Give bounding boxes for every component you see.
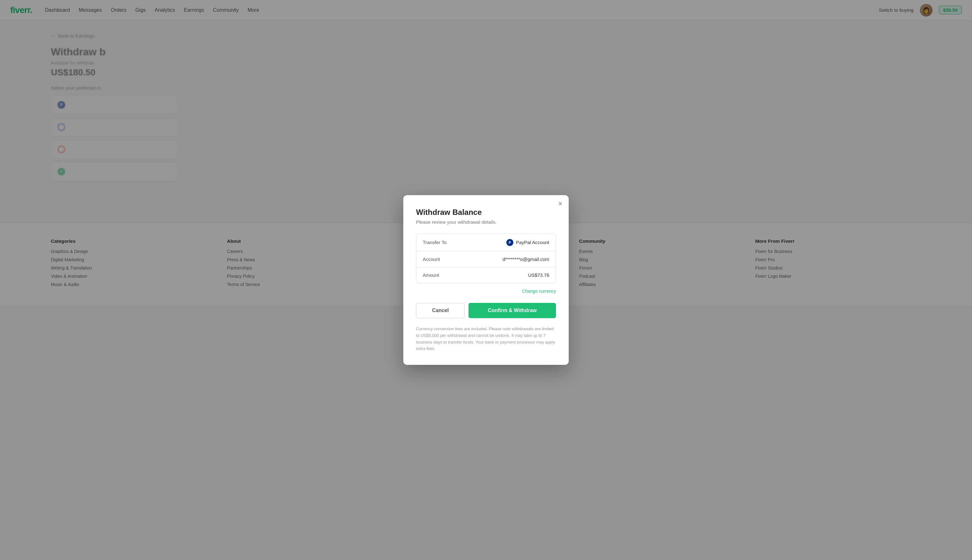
transfer-to-text: PayPal Account [516,240,549,245]
account-label: Account [423,257,440,262]
amount-label: Amount [423,272,439,278]
disclaimer-text: Currency conversion fees are included. P… [416,326,556,352]
modal-title: Withdraw Balance [416,208,556,217]
account-row: Account d********o@gmail.com [416,252,556,267]
cancel-button[interactable]: Cancel [416,303,465,318]
account-value: d********o@gmail.com [503,257,549,262]
modal-overlay[interactable]: × Withdraw Balance Please review your wi… [0,0,972,560]
transfer-to-value: P PayPal Account [506,239,549,246]
withdrawal-details-table: Transfer To P PayPal Account Account d**… [416,233,556,283]
transfer-to-label: Transfer To [423,240,447,245]
transfer-to-row: Transfer To P PayPal Account [416,234,556,252]
amount-value: US$73.76 [528,272,549,278]
modal-buttons: Cancel Confirm & Withdraw [416,303,556,318]
withdraw-modal: × Withdraw Balance Please review your wi… [403,195,569,365]
confirm-withdraw-button[interactable]: Confirm & Withdraw [469,303,556,318]
amount-row: Amount US$73.76 [416,267,556,283]
change-currency-link[interactable]: Change currency [522,288,556,294]
modal-subtitle: Please review your withdrawal details. [416,219,556,225]
modal-close-button[interactable]: × [558,200,562,207]
paypal-icon-modal: P [506,239,513,246]
change-currency-container: Change currency [416,288,556,294]
